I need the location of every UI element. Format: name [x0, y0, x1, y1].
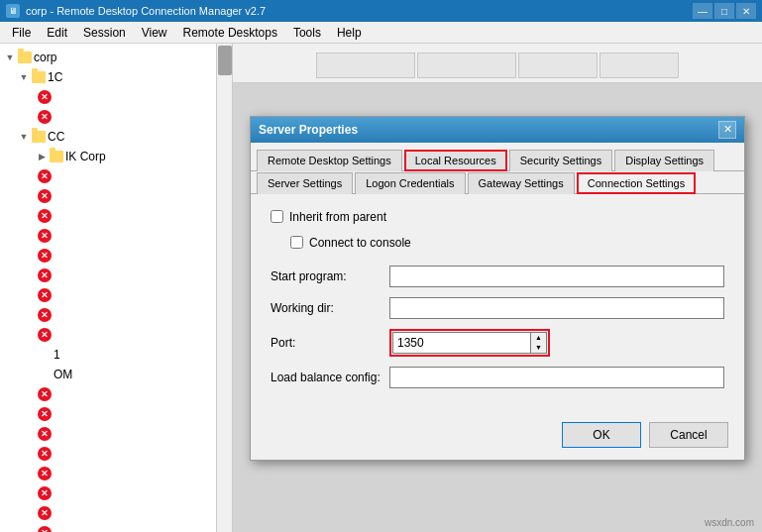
list-item[interactable]: ✕ — [0, 226, 216, 246]
menu-help[interactable]: Help — [329, 24, 370, 42]
list-item[interactable]: ✕ — [0, 325, 216, 345]
dialog-title-bar: Server Properties ✕ — [251, 117, 744, 143]
port-increment-button[interactable]: ▲ — [531, 333, 546, 343]
inherit-checkbox[interactable] — [271, 210, 283, 223]
expand-icon: ▶ — [36, 151, 48, 162]
list-item[interactable]: ✕ — [0, 166, 216, 186]
tree-label-1: 1 — [54, 348, 60, 362]
right-area: Server Properties ✕ Remote Desktop Setti… — [233, 44, 762, 532]
menu-tools[interactable]: Tools — [285, 24, 329, 42]
port-container: ▲ ▼ — [389, 329, 550, 357]
working-dir-label: Working dir: — [271, 301, 389, 315]
tree-item-1c[interactable]: ▼ 1C — [0, 67, 216, 87]
tree-item-corp[interactable]: ▼ corp — [0, 48, 216, 67]
list-item[interactable]: ✕ — [0, 246, 216, 266]
close-button[interactable]: ✕ — [736, 3, 756, 19]
tab-logon-credentials[interactable]: Logon Credentials — [355, 172, 465, 194]
tab-connection-settings[interactable]: Connection Settings — [577, 172, 696, 194]
port-spinner: ▲ ▼ — [531, 332, 547, 354]
error-icon: ✕ — [38, 268, 52, 282]
tab-server-settings[interactable]: Server Settings — [257, 172, 353, 194]
tree-item-om[interactable]: OM — [0, 365, 216, 384]
list-item[interactable]: ✕ — [0, 266, 216, 285]
tree-label-1c: 1C — [48, 70, 62, 84]
folder-icon — [32, 71, 46, 83]
tree-label-om: OM — [54, 368, 72, 381]
tree-item-cc[interactable]: ▼ CC — [0, 127, 216, 147]
tab-display-settings[interactable]: Display Settings — [614, 150, 714, 171]
list-item[interactable]: ✕ — [0, 186, 216, 206]
app-icon: 🖥 — [6, 4, 20, 18]
list-item[interactable]: ✕ — [0, 384, 216, 404]
load-balance-input[interactable] — [389, 367, 724, 388]
dialog-tabs-row2: Server Settings Logon Credentials Gatewa… — [251, 171, 744, 194]
menu-bar: File Edit Session View Remote Desktops T… — [0, 22, 762, 44]
error-icon: ✕ — [38, 407, 52, 421]
cancel-button[interactable]: Cancel — [649, 422, 728, 448]
list-item[interactable]: ✕ — [0, 444, 216, 464]
console-checkbox-row: Connect to console — [271, 236, 724, 250]
tree-item-error-2[interactable]: ✕ — [0, 107, 216, 127]
tree-item-error-1[interactable]: ✕ — [0, 87, 216, 107]
menu-file[interactable]: File — [4, 24, 39, 42]
error-icon: ✕ — [38, 209, 52, 223]
start-program-input[interactable] — [389, 266, 724, 287]
console-label: Connect to console — [309, 236, 411, 250]
dialog-tabs: Remote Desktop Settings Local Resources … — [251, 143, 744, 171]
error-icon: ✕ — [38, 447, 52, 461]
menu-edit[interactable]: Edit — [39, 24, 75, 42]
expand-icon: ▼ — [18, 71, 30, 83]
error-icon: ✕ — [38, 110, 52, 124]
dialog-title: Server Properties — [259, 123, 718, 137]
main-area: ▼ corp ▼ 1C ✕ ✕ ▼ CC — [0, 44, 762, 532]
error-icon: ✕ — [38, 526, 52, 532]
list-item[interactable]: ✕ — [0, 523, 216, 532]
tab-local-resources[interactable]: Local Resources — [404, 150, 507, 171]
error-icon: ✕ — [38, 506, 52, 520]
list-item[interactable]: ✕ — [0, 404, 216, 424]
working-dir-input[interactable] — [389, 297, 724, 319]
sidebar-scrollbar[interactable] — [216, 44, 232, 532]
tree-item-1[interactable]: 1 — [0, 345, 216, 365]
error-icon: ✕ — [38, 467, 52, 480]
scroll-thumb — [218, 46, 232, 75]
menu-remote-desktops[interactable]: Remote Desktops — [175, 24, 285, 42]
minimize-button[interactable]: — — [693, 3, 712, 19]
tab-security-settings[interactable]: Security Settings — [509, 150, 613, 171]
console-checkbox[interactable] — [290, 236, 303, 249]
load-balance-row: Load balance config: — [271, 367, 724, 388]
maximize-button[interactable]: □ — [714, 3, 734, 19]
port-input[interactable] — [392, 332, 531, 354]
list-item[interactable]: ✕ — [0, 285, 216, 305]
list-item[interactable]: ✕ — [0, 464, 216, 483]
folder-icon — [32, 131, 46, 143]
expand-icon: ▼ — [4, 52, 16, 63]
title-bar: 🖥 corp - Remote Desktop Connection Manag… — [0, 0, 762, 22]
menu-session[interactable]: Session — [75, 24, 134, 42]
ok-button[interactable]: OK — [562, 422, 641, 448]
list-item[interactable]: ✕ — [0, 503, 216, 523]
error-icon: ✕ — [38, 249, 52, 263]
list-item[interactable]: ✕ — [0, 305, 216, 325]
menu-view[interactable]: View — [134, 24, 175, 42]
dialog-overlay: Server Properties ✕ Remote Desktop Setti… — [233, 44, 762, 532]
port-decrement-button[interactable]: ▼ — [531, 343, 546, 353]
tree-item-ikcorp[interactable]: ▶ IK Corp — [0, 147, 216, 166]
sidebar: ▼ corp ▼ 1C ✕ ✕ ▼ CC — [0, 44, 233, 532]
dialog-footer: OK Cancel — [251, 414, 744, 460]
tab-remote-desktop-settings[interactable]: Remote Desktop Settings — [257, 150, 402, 171]
error-icon: ✕ — [38, 486, 52, 500]
list-item[interactable]: ✕ — [0, 206, 216, 226]
start-program-row: Start program: — [271, 266, 724, 287]
dialog-close-button[interactable]: ✕ — [718, 121, 736, 139]
error-icon: ✕ — [38, 169, 52, 183]
working-dir-row: Working dir: — [271, 297, 724, 319]
list-item[interactable]: ✕ — [0, 424, 216, 444]
folder-icon — [18, 52, 32, 63]
inherit-checkbox-row: Inherit from parent — [271, 210, 724, 224]
tree-label-ikcorp: IK Corp — [65, 150, 106, 163]
error-icon: ✕ — [38, 387, 52, 401]
list-item[interactable]: ✕ — [0, 483, 216, 503]
tab-gateway-settings[interactable]: Gateway Settings — [468, 172, 575, 194]
folder-icon — [50, 151, 63, 162]
